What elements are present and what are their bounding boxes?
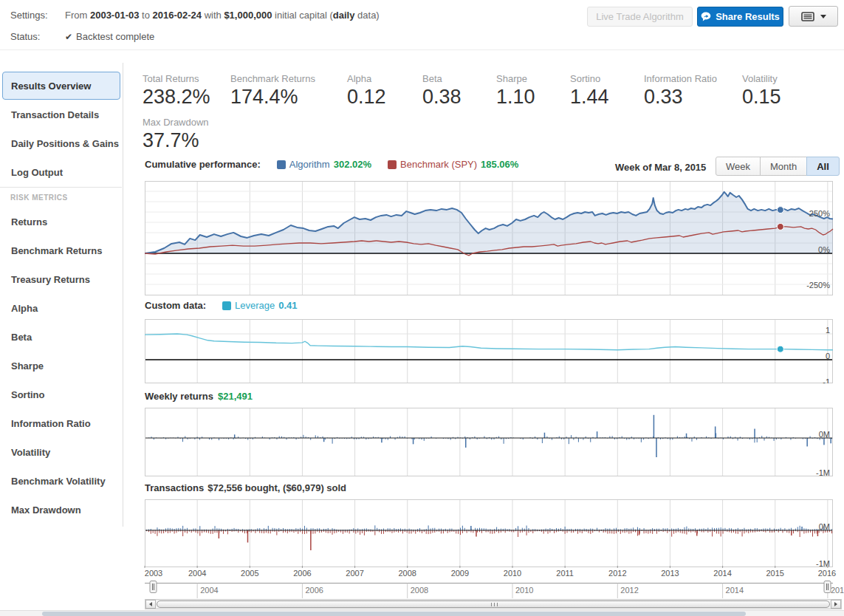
export-menu-button[interactable] — [789, 6, 838, 27]
navigator-handle-left[interactable] — [150, 581, 157, 593]
sell-bar — [793, 530, 794, 533]
bar — [544, 433, 546, 438]
bar — [597, 431, 598, 438]
x-axis-label: 2009 — [451, 569, 469, 578]
sell-bar — [590, 530, 591, 534]
transactions-chart[interactable]: 0M-1M — [145, 499, 834, 567]
x-axis-label: 2010 — [504, 569, 521, 578]
y-axis-label: -1M — [816, 468, 830, 477]
settings-text-segment: initial capital ( — [272, 10, 332, 21]
sell-bar — [490, 530, 490, 533]
bar — [465, 438, 467, 448]
y-axis-label: 0 — [826, 352, 830, 360]
scrollbar[interactable] — [145, 599, 842, 609]
navigator-label: 2016 — [831, 586, 844, 595]
scrollbar-right-button[interactable] — [831, 600, 841, 609]
sell-bar — [526, 530, 527, 535]
x-axis-label: 2011 — [556, 569, 574, 578]
sidebar-item-beta[interactable]: Beta — [2, 323, 120, 351]
chart-legend: Algorithm302.02%Benchmark (SPY)185.06% — [261, 159, 519, 170]
bar — [806, 438, 808, 446]
sell-bar — [686, 530, 687, 535]
sell-bar — [411, 530, 411, 533]
metric-value: 174.4% — [230, 86, 315, 108]
settings-text-segment: $1,000,000 — [224, 10, 272, 21]
sidebar-item-log-output[interactable]: Log Output — [2, 158, 120, 186]
metric-value: 238.2% — [143, 86, 210, 108]
legend-value: 302.02% — [334, 159, 371, 170]
sell-bar — [817, 530, 819, 536]
weekly-returns-chart[interactable]: 0M-1M — [145, 408, 834, 476]
sell-bar — [441, 530, 442, 533]
status-value: ✔Backtest complete — [65, 31, 154, 42]
live-trade-algorithm-button[interactable]: Live Trade Algorithm — [587, 7, 693, 27]
legend-item-algorithm[interactable]: Algorithm302.02% — [277, 159, 371, 170]
sell-bar — [244, 530, 245, 533]
sell-bar — [383, 530, 384, 534]
sell-bar — [800, 530, 800, 537]
buy-bar — [470, 526, 472, 530]
metric-value: 0.33 — [644, 86, 717, 108]
sidebar-item-sortino[interactable]: Sortino — [2, 380, 120, 408]
sell-bar — [492, 530, 493, 534]
sidebar-item-max-drawdown[interactable]: Max Drawdown — [2, 496, 120, 524]
buy-bar — [685, 527, 685, 530]
leverage-chart[interactable]: 10-1 — [145, 319, 834, 383]
sell-bar — [415, 530, 416, 534]
browser-scrollbar-thumb[interactable] — [42, 612, 746, 616]
navigator[interactable]: 2004200620082010201220142016 — [145, 581, 842, 598]
bar — [653, 415, 655, 438]
sell-bar — [187, 530, 188, 533]
sidebar-item-results-overview[interactable]: Results Overview — [2, 72, 120, 100]
sidebar-item-sharpe[interactable]: Sharpe — [2, 352, 120, 380]
range-button-month[interactable]: Month — [760, 157, 807, 176]
sell-bar — [532, 530, 533, 533]
bar — [504, 438, 504, 444]
sell-bar — [343, 530, 343, 534]
buy-bar — [199, 526, 200, 530]
bar — [234, 434, 236, 438]
scrollbar-left-button[interactable] — [145, 600, 156, 609]
custom-data-header: Custom data: Leverage 0.41 — [145, 300, 298, 311]
sell-bar — [223, 530, 224, 534]
sidebar-divider — [0, 187, 122, 188]
share-results-button[interactable]: Share Results — [697, 7, 783, 27]
sidebar-item-benchmark-volatility[interactable]: Benchmark Volatility — [2, 467, 120, 495]
sidebar-item-volatility[interactable]: Volatility — [2, 438, 120, 466]
settings-text-segment: daily — [333, 10, 355, 21]
cumulative-performance-chart[interactable]: 250%0%-250% — [145, 181, 834, 295]
sidebar-item-returns[interactable]: Returns — [2, 208, 120, 236]
sell-bar — [199, 530, 200, 535]
bar — [303, 435, 303, 438]
browser-scrollbar[interactable] — [0, 610, 844, 616]
sidebar-item-treasury-returns[interactable]: Treasury Returns — [2, 265, 120, 293]
bar — [413, 438, 414, 444]
sidebar-item-information-ratio[interactable]: Information Ratio — [2, 409, 120, 437]
navigator-label: 2014 — [726, 586, 744, 595]
sidebar-item-daily-positions-gains[interactable]: Daily Positions & Gains — [2, 129, 120, 157]
navigator-handle-right[interactable] — [824, 581, 831, 593]
y-axis-label: 250% — [809, 209, 830, 218]
legend-item-benchmark-spy[interactable]: Benchmark (SPY)185.06% — [388, 159, 518, 170]
sell-bar — [213, 530, 213, 534]
sidebar-item-alpha[interactable]: Alpha — [2, 294, 120, 322]
sell-bar — [671, 530, 672, 537]
sell-bar — [685, 530, 685, 534]
range-button-all[interactable]: All — [806, 157, 840, 176]
sidebar-item-benchmark-returns[interactable]: Benchmark Returns — [2, 236, 120, 264]
legend-item-leverage[interactable]: Leverage 0.41 — [222, 300, 298, 311]
share-icon — [701, 12, 711, 21]
range-button-group: WeekMonthAll — [716, 157, 840, 176]
metric-label: Benchmark Returns — [230, 73, 315, 84]
metric-label: Volatility — [742, 73, 781, 84]
sidebar-item-transaction-details[interactable]: Transaction Details — [2, 100, 120, 129]
sell-bar — [155, 530, 156, 534]
x-axis-label: 2008 — [398, 569, 416, 578]
sell-bar — [712, 530, 713, 536]
x-axis-label: 2016 — [818, 569, 836, 578]
status-text: Backtest complete — [76, 31, 154, 42]
range-button-week[interactable]: Week — [716, 157, 761, 176]
sell-bar — [174, 530, 175, 533]
y-axis-label: 1 — [826, 326, 830, 335]
scrollbar-thumb[interactable] — [157, 600, 830, 608]
